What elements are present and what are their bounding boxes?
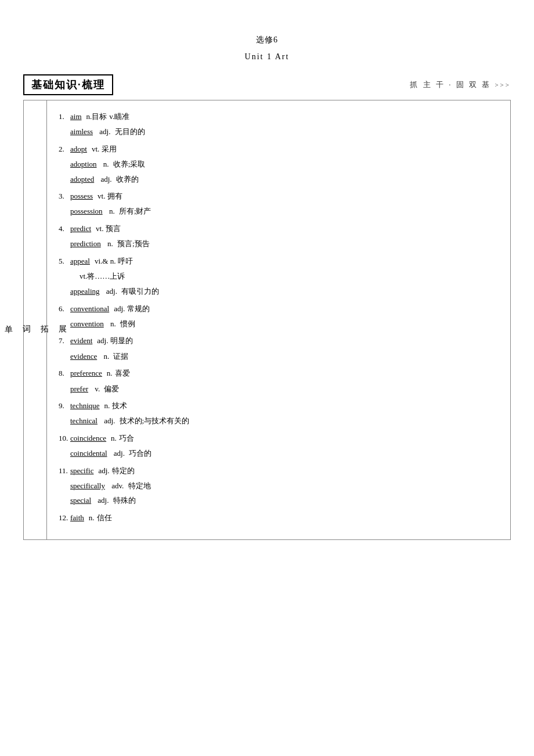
word-faith: faith xyxy=(70,511,84,524)
word-def: 采用 xyxy=(102,142,117,156)
section-title-box: 基础知识·梳理 xyxy=(23,74,113,95)
word-number: 3. xyxy=(59,189,69,203)
series-title: 选修6 xyxy=(0,35,534,45)
word-pos: n. xyxy=(103,352,109,361)
word-technique: technique xyxy=(70,399,100,412)
word-def: 有吸引力的 xyxy=(121,287,159,296)
word-preference: preference xyxy=(70,366,102,380)
word-pos: n. xyxy=(109,207,115,215)
word-def: 常规的 xyxy=(127,302,150,315)
word-number: 10. xyxy=(59,431,69,445)
section-subtitle: 抓 主 干 · 固 双 基 >>> xyxy=(410,80,511,90)
word-entry-10: 10. coincidence n. 巧合 coincidental adj. … xyxy=(59,431,499,460)
word-def: 特定的 xyxy=(112,464,135,477)
word-entry-4: 4. predict vt. 预言 prediction n. 预言;预告 xyxy=(59,222,499,251)
word-evident: evident xyxy=(70,334,92,347)
main-table: 单 词 拓 展 1. aim n.目标 v.瞄准 aimless adj. 无目… xyxy=(23,100,511,540)
left-label: 单 词 拓 展 xyxy=(24,100,47,539)
word-number: 7. xyxy=(59,334,69,347)
word-def: 呼吁 xyxy=(118,254,133,268)
word-entry-2: 2. adopt vt. 采用 adoption n. 收养;采取 adopte… xyxy=(59,142,499,186)
word-aim: aim xyxy=(70,110,82,123)
word-def: 信任 xyxy=(97,511,112,524)
word-pos: adj. xyxy=(98,464,109,477)
word-def: 惯例 xyxy=(120,319,135,328)
word-pos: n. xyxy=(111,431,117,445)
word-possess: possess xyxy=(70,189,93,203)
word-def: 技术 xyxy=(112,399,127,412)
subtitle-text: 抓 主 干 · 固 双 基 xyxy=(410,80,491,89)
word-number: 2. xyxy=(59,142,69,156)
word-entry-1: 1. aim n.目标 v.瞄准 aimless adj. 无目的的 xyxy=(59,110,499,139)
word-pos: n.目标 xyxy=(86,110,107,123)
word-specific: specific xyxy=(70,464,93,477)
word-def: 证据 xyxy=(113,352,128,361)
word-aimless: aimless xyxy=(70,127,93,136)
page-header: 选修6 Unit 1 Art xyxy=(0,0,534,67)
word-pos: adj. xyxy=(104,416,115,425)
word-number: 5. xyxy=(59,254,69,268)
word-coincidental: coincidental xyxy=(70,449,107,458)
word-specifically: specifically xyxy=(70,481,105,490)
word-evidence: evidence xyxy=(70,352,97,361)
unit-title: Unit 1 Art xyxy=(0,52,534,62)
word-def: 喜爱 xyxy=(115,366,130,380)
word-def: 收养的 xyxy=(116,175,139,183)
word-convention: convention xyxy=(70,319,104,328)
word-def: 技术的;与技术有关的 xyxy=(120,416,190,425)
word-pos: vt. xyxy=(92,142,99,156)
word-number: 4. xyxy=(59,222,69,235)
word-def: 预言 xyxy=(106,222,121,235)
word-adopt: adopt xyxy=(70,142,87,156)
word-def: 拥有 xyxy=(107,189,122,203)
word-appeal-vt: vt.将……上诉 xyxy=(80,272,125,280)
word-def: 无目的的 xyxy=(115,127,145,136)
word-prefer: prefer xyxy=(70,384,88,393)
word-adopted: adopted xyxy=(70,175,94,183)
word-pos: adj. xyxy=(106,287,117,296)
word-def: v.瞄准 xyxy=(109,110,129,123)
word-def: 明显的 xyxy=(110,334,133,347)
word-number: 9. xyxy=(59,399,69,412)
word-pos: vt. xyxy=(96,222,103,235)
word-coincidence: coincidence xyxy=(70,431,106,445)
word-def: 所有;财产 xyxy=(119,207,151,215)
word-technical: technical xyxy=(70,416,98,425)
word-pos: adj. xyxy=(114,302,125,315)
word-def: 偏爱 xyxy=(104,384,119,393)
word-pos: vt. xyxy=(98,189,105,203)
word-def: 巧合 xyxy=(119,431,134,445)
word-pos: n. xyxy=(107,366,113,380)
word-pos: adj. xyxy=(114,449,125,458)
word-pos: n. xyxy=(110,319,116,328)
word-appeal: appeal xyxy=(70,254,90,268)
word-pos: n. xyxy=(107,239,113,248)
word-pos: adj. xyxy=(99,127,110,136)
word-pos: adj. xyxy=(100,175,111,183)
word-conventional: conventional xyxy=(70,302,109,315)
word-entry-12: 12. faith n. 信任 xyxy=(59,511,499,524)
word-entry-3: 3. possess vt. 拥有 possession n. 所有;财产 xyxy=(59,189,499,218)
arrows-icon: >>> xyxy=(495,81,511,88)
word-pos: n. xyxy=(89,511,95,524)
word-def: 收养;采取 xyxy=(113,160,146,168)
word-pos: v. xyxy=(95,384,100,393)
word-number: 1. xyxy=(59,110,69,123)
word-entry-8: 8. preference n. 喜爱 prefer v. 偏爱 xyxy=(59,366,499,395)
word-number: 11. xyxy=(59,464,69,477)
word-entry-5: 5. appeal vi.& n. 呼吁 vt.将……上诉 appealing … xyxy=(59,254,499,298)
word-def: 预言;预告 xyxy=(117,239,150,248)
word-entry-11: 11. specific adj. 特定的 specifically adv. … xyxy=(59,464,499,507)
word-def: 特定地 xyxy=(128,481,151,490)
word-entry-9: 9. technique n. 技术 technical adj. 技术的;与技… xyxy=(59,399,499,428)
word-entry-6: 6. conventional adj. 常规的 convention n. 惯… xyxy=(59,302,499,331)
word-number: 12. xyxy=(59,511,69,524)
section-header: 基础知识·梳理 抓 主 干 · 固 双 基 >>> xyxy=(0,67,534,100)
word-pos: adj. xyxy=(98,496,109,505)
word-prediction: prediction xyxy=(70,239,101,248)
word-possession: possession xyxy=(70,207,103,215)
word-pos: vi.& n. xyxy=(95,254,116,268)
word-pos: adj. xyxy=(97,334,108,347)
word-special: special xyxy=(70,496,91,505)
word-entry-7: 7. evident adj. 明显的 evidence n. 证据 xyxy=(59,334,499,363)
